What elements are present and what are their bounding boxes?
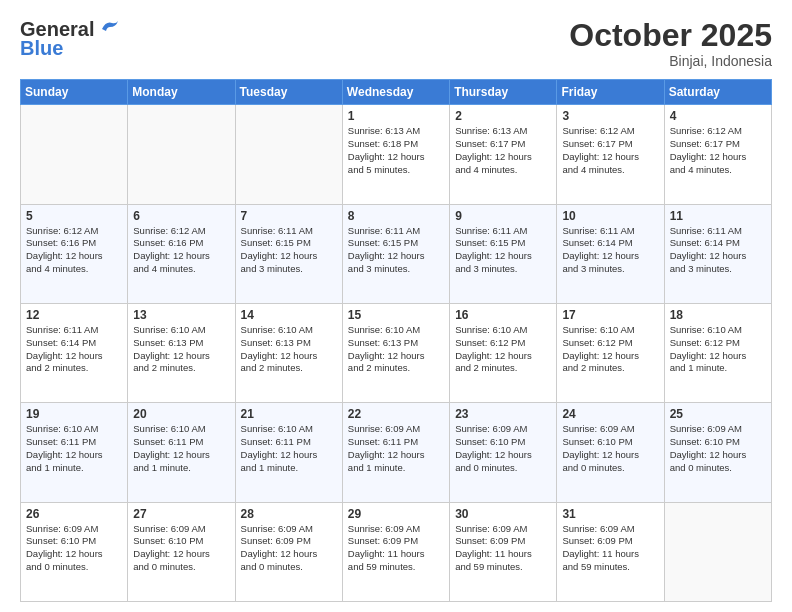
- day-info: Sunrise: 6:12 AM Sunset: 6:17 PM Dayligh…: [562, 125, 658, 176]
- weekday-header: Tuesday: [235, 80, 342, 105]
- logo: General Blue: [20, 18, 120, 60]
- calendar-cell: 23Sunrise: 6:09 AM Sunset: 6:10 PM Dayli…: [450, 403, 557, 502]
- calendar-cell: 20Sunrise: 6:10 AM Sunset: 6:11 PM Dayli…: [128, 403, 235, 502]
- day-number: 23: [455, 407, 551, 421]
- day-number: 20: [133, 407, 229, 421]
- day-info: Sunrise: 6:10 AM Sunset: 6:13 PM Dayligh…: [241, 324, 337, 375]
- calendar-cell: 5Sunrise: 6:12 AM Sunset: 6:16 PM Daylig…: [21, 204, 128, 303]
- calendar-cell: 4Sunrise: 6:12 AM Sunset: 6:17 PM Daylig…: [664, 105, 771, 204]
- calendar-week-row: 5Sunrise: 6:12 AM Sunset: 6:16 PM Daylig…: [21, 204, 772, 303]
- day-info: Sunrise: 6:12 AM Sunset: 6:17 PM Dayligh…: [670, 125, 766, 176]
- day-number: 14: [241, 308, 337, 322]
- day-number: 5: [26, 209, 122, 223]
- day-number: 25: [670, 407, 766, 421]
- calendar-cell: [128, 105, 235, 204]
- calendar-week-row: 26Sunrise: 6:09 AM Sunset: 6:10 PM Dayli…: [21, 502, 772, 601]
- calendar-week-row: 1Sunrise: 6:13 AM Sunset: 6:18 PM Daylig…: [21, 105, 772, 204]
- day-info: Sunrise: 6:09 AM Sunset: 6:10 PM Dayligh…: [562, 423, 658, 474]
- day-number: 19: [26, 407, 122, 421]
- calendar-cell: 9Sunrise: 6:11 AM Sunset: 6:15 PM Daylig…: [450, 204, 557, 303]
- day-info: Sunrise: 6:13 AM Sunset: 6:18 PM Dayligh…: [348, 125, 444, 176]
- header: General Blue October 2025 Binjai, Indone…: [20, 18, 772, 69]
- page: General Blue October 2025 Binjai, Indone…: [0, 0, 792, 612]
- calendar-cell: 7Sunrise: 6:11 AM Sunset: 6:15 PM Daylig…: [235, 204, 342, 303]
- day-info: Sunrise: 6:09 AM Sunset: 6:10 PM Dayligh…: [26, 523, 122, 574]
- day-info: Sunrise: 6:09 AM Sunset: 6:09 PM Dayligh…: [562, 523, 658, 574]
- calendar-table: SundayMondayTuesdayWednesdayThursdayFrid…: [20, 79, 772, 602]
- calendar-cell: 3Sunrise: 6:12 AM Sunset: 6:17 PM Daylig…: [557, 105, 664, 204]
- calendar-cell: 31Sunrise: 6:09 AM Sunset: 6:09 PM Dayli…: [557, 502, 664, 601]
- calendar-cell: 29Sunrise: 6:09 AM Sunset: 6:09 PM Dayli…: [342, 502, 449, 601]
- day-info: Sunrise: 6:11 AM Sunset: 6:14 PM Dayligh…: [562, 225, 658, 276]
- day-info: Sunrise: 6:09 AM Sunset: 6:11 PM Dayligh…: [348, 423, 444, 474]
- day-number: 26: [26, 507, 122, 521]
- day-info: Sunrise: 6:10 AM Sunset: 6:11 PM Dayligh…: [133, 423, 229, 474]
- calendar-cell: 10Sunrise: 6:11 AM Sunset: 6:14 PM Dayli…: [557, 204, 664, 303]
- day-info: Sunrise: 6:12 AM Sunset: 6:16 PM Dayligh…: [133, 225, 229, 276]
- day-number: 27: [133, 507, 229, 521]
- day-info: Sunrise: 6:13 AM Sunset: 6:17 PM Dayligh…: [455, 125, 551, 176]
- calendar-cell: 30Sunrise: 6:09 AM Sunset: 6:09 PM Dayli…: [450, 502, 557, 601]
- weekday-header: Wednesday: [342, 80, 449, 105]
- day-info: Sunrise: 6:09 AM Sunset: 6:10 PM Dayligh…: [670, 423, 766, 474]
- title-area: October 2025 Binjai, Indonesia: [569, 18, 772, 69]
- day-info: Sunrise: 6:09 AM Sunset: 6:09 PM Dayligh…: [241, 523, 337, 574]
- day-number: 7: [241, 209, 337, 223]
- day-number: 24: [562, 407, 658, 421]
- calendar-cell: 8Sunrise: 6:11 AM Sunset: 6:15 PM Daylig…: [342, 204, 449, 303]
- day-info: Sunrise: 6:10 AM Sunset: 6:11 PM Dayligh…: [26, 423, 122, 474]
- day-number: 29: [348, 507, 444, 521]
- calendar-cell: 6Sunrise: 6:12 AM Sunset: 6:16 PM Daylig…: [128, 204, 235, 303]
- calendar-cell: 12Sunrise: 6:11 AM Sunset: 6:14 PM Dayli…: [21, 303, 128, 402]
- calendar-cell: 22Sunrise: 6:09 AM Sunset: 6:11 PM Dayli…: [342, 403, 449, 502]
- day-number: 17: [562, 308, 658, 322]
- day-number: 6: [133, 209, 229, 223]
- calendar-cell: 25Sunrise: 6:09 AM Sunset: 6:10 PM Dayli…: [664, 403, 771, 502]
- calendar-cell: 18Sunrise: 6:10 AM Sunset: 6:12 PM Dayli…: [664, 303, 771, 402]
- calendar-cell: 27Sunrise: 6:09 AM Sunset: 6:10 PM Dayli…: [128, 502, 235, 601]
- weekday-header: Thursday: [450, 80, 557, 105]
- day-info: Sunrise: 6:10 AM Sunset: 6:12 PM Dayligh…: [562, 324, 658, 375]
- day-info: Sunrise: 6:09 AM Sunset: 6:09 PM Dayligh…: [348, 523, 444, 574]
- day-number: 21: [241, 407, 337, 421]
- day-number: 3: [562, 109, 658, 123]
- day-number: 28: [241, 507, 337, 521]
- day-info: Sunrise: 6:10 AM Sunset: 6:11 PM Dayligh…: [241, 423, 337, 474]
- weekday-header: Sunday: [21, 80, 128, 105]
- calendar-cell: [664, 502, 771, 601]
- weekday-header: Saturday: [664, 80, 771, 105]
- day-info: Sunrise: 6:11 AM Sunset: 6:15 PM Dayligh…: [241, 225, 337, 276]
- calendar-cell: [21, 105, 128, 204]
- day-number: 11: [670, 209, 766, 223]
- calendar-cell: 15Sunrise: 6:10 AM Sunset: 6:13 PM Dayli…: [342, 303, 449, 402]
- day-info: Sunrise: 6:10 AM Sunset: 6:13 PM Dayligh…: [133, 324, 229, 375]
- day-info: Sunrise: 6:10 AM Sunset: 6:13 PM Dayligh…: [348, 324, 444, 375]
- day-number: 1: [348, 109, 444, 123]
- day-number: 12: [26, 308, 122, 322]
- day-info: Sunrise: 6:10 AM Sunset: 6:12 PM Dayligh…: [670, 324, 766, 375]
- day-number: 18: [670, 308, 766, 322]
- day-number: 10: [562, 209, 658, 223]
- calendar-cell: 14Sunrise: 6:10 AM Sunset: 6:13 PM Dayli…: [235, 303, 342, 402]
- day-number: 2: [455, 109, 551, 123]
- calendar-cell: 28Sunrise: 6:09 AM Sunset: 6:09 PM Dayli…: [235, 502, 342, 601]
- day-info: Sunrise: 6:11 AM Sunset: 6:15 PM Dayligh…: [455, 225, 551, 276]
- calendar-cell: [235, 105, 342, 204]
- calendar-cell: 17Sunrise: 6:10 AM Sunset: 6:12 PM Dayli…: [557, 303, 664, 402]
- calendar-cell: 13Sunrise: 6:10 AM Sunset: 6:13 PM Dayli…: [128, 303, 235, 402]
- calendar-week-row: 19Sunrise: 6:10 AM Sunset: 6:11 PM Dayli…: [21, 403, 772, 502]
- day-info: Sunrise: 6:11 AM Sunset: 6:14 PM Dayligh…: [26, 324, 122, 375]
- calendar-cell: 21Sunrise: 6:10 AM Sunset: 6:11 PM Dayli…: [235, 403, 342, 502]
- calendar-cell: 26Sunrise: 6:09 AM Sunset: 6:10 PM Dayli…: [21, 502, 128, 601]
- day-info: Sunrise: 6:09 AM Sunset: 6:10 PM Dayligh…: [455, 423, 551, 474]
- month-title: October 2025: [569, 18, 772, 53]
- day-number: 8: [348, 209, 444, 223]
- day-info: Sunrise: 6:10 AM Sunset: 6:12 PM Dayligh…: [455, 324, 551, 375]
- calendar-cell: 16Sunrise: 6:10 AM Sunset: 6:12 PM Dayli…: [450, 303, 557, 402]
- location: Binjai, Indonesia: [569, 53, 772, 69]
- day-number: 22: [348, 407, 444, 421]
- day-number: 4: [670, 109, 766, 123]
- calendar-cell: 2Sunrise: 6:13 AM Sunset: 6:17 PM Daylig…: [450, 105, 557, 204]
- calendar-cell: 11Sunrise: 6:11 AM Sunset: 6:14 PM Dayli…: [664, 204, 771, 303]
- day-info: Sunrise: 6:09 AM Sunset: 6:10 PM Dayligh…: [133, 523, 229, 574]
